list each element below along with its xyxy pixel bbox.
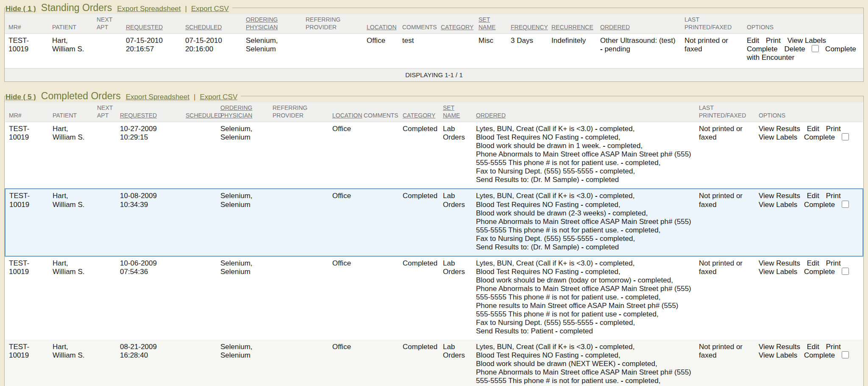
ordered-item: Blood work should be drawn (NEXT WEEK) -…	[476, 360, 694, 368]
column-header-ordered[interactable]: ORDERED	[473, 102, 696, 122]
cell-location: Office	[364, 34, 400, 68]
standing-orders-section: Hide ( 1 ) Standing Orders Export Spread…	[4, 2, 864, 82]
cell-location: Office	[330, 340, 361, 386]
column-header-referring_provider: REFERRING PROVIDER	[270, 102, 330, 122]
column-header-scheduled[interactable]: SCHEDULED	[183, 102, 218, 122]
completed-export-spreadsheet-link[interactable]: Export Spreadsheet	[126, 93, 189, 101]
ordered-item: Phone Abnormals to Main Street office AS…	[476, 285, 694, 302]
column-header-set_name[interactable]: SET NAME	[476, 14, 508, 34]
column-header-ordered[interactable]: ORDERED	[598, 14, 682, 34]
option-print-link[interactable]: Print	[826, 259, 841, 267]
option-print-link[interactable]: Print	[826, 125, 841, 133]
option-view-results-link[interactable]: View Results	[759, 125, 800, 133]
column-header-comments: COMMENTS	[400, 14, 438, 34]
cell-requested: 10-08-2009 10:34:39	[117, 189, 183, 256]
standing-orders-legend: Hide ( 1 ) Standing Orders Export Spread…	[6, 2, 232, 14]
option-edit-link[interactable]: Edit	[747, 36, 759, 45]
ordered-item: Lytes, BUN, Creat (Call if K+ is <3.0) -…	[476, 343, 694, 351]
row-options: View Results Edit Print View Labels Comp…	[759, 125, 859, 142]
order-row: TEST-10019Hart, William S.08-21-2009 16:…	[5, 340, 863, 386]
cell-ordered: Lytes, BUN, Creat (Call if K+ is <3.0) -…	[473, 122, 696, 189]
standing-export-spreadsheet-link[interactable]: Export Spreadsheet	[117, 5, 181, 13]
cell-ordering_physician: Selenium, Selenium	[218, 256, 270, 340]
column-header-patient: PATIENT	[50, 14, 94, 34]
option-complete-link[interactable]: Complete	[804, 133, 835, 141]
cell-last_printed: Not printed or faxed	[682, 34, 744, 68]
option-view-labels-link[interactable]: View Labels	[759, 133, 797, 141]
option-view-results-link[interactable]: View Results	[759, 259, 800, 267]
ordered-item: Blood Test Requires NO Fasting - complet…	[476, 201, 694, 209]
column-header-ordering_physician[interactable]: ORDERING PHYSICIAN	[243, 14, 303, 34]
cell-requested: 10-06-2009 07:54:36	[117, 256, 183, 340]
cell-patient: Hart, William S.	[50, 189, 95, 256]
option-print-link[interactable]: Print	[826, 343, 841, 351]
order-select-checkbox[interactable]	[812, 45, 819, 52]
order-select-checkbox[interactable]	[842, 133, 849, 140]
cell-patient: Hart, William S.	[50, 256, 95, 340]
column-header-last_printed: LAST PRINTED/FAXED	[682, 14, 744, 34]
option-complete-link[interactable]: Complete	[804, 201, 835, 209]
cell-referring_provider	[270, 189, 330, 256]
ordered-item: Blood Test Requires NO Fasting - complet…	[476, 351, 694, 360]
standing-export-csv-link[interactable]: Export CSV	[191, 5, 229, 13]
column-header-requested[interactable]: REQUESTED	[117, 102, 183, 122]
cell-comments	[361, 256, 400, 340]
column-header-location[interactable]: LOCATION	[364, 14, 400, 34]
cell-next_apt	[95, 122, 117, 189]
standing-hide-link[interactable]: Hide ( 1 )	[6, 5, 36, 13]
ordered-item: Fax to Nursing Dept. (555) 555-5555 - co…	[476, 235, 694, 243]
column-header-category[interactable]: CATEGORY	[438, 14, 476, 34]
option-complete-link[interactable]: Complete	[804, 351, 835, 359]
column-header-ordering_physician[interactable]: ORDERING PHYSICIAN	[218, 102, 270, 122]
order-select-checkbox[interactable]	[842, 351, 849, 358]
option-view-results-link[interactable]: View Results	[759, 192, 800, 200]
option-delete-link[interactable]: Delete	[785, 45, 805, 53]
option-complete-link[interactable]: Complete	[804, 268, 835, 276]
cell-referring_provider	[270, 122, 330, 189]
order-select-checkbox[interactable]	[842, 268, 849, 275]
option-edit-link[interactable]: Edit	[807, 192, 819, 200]
option-view-labels-link[interactable]: View Labels	[759, 268, 797, 276]
option-edit-link[interactable]: Edit	[807, 343, 819, 351]
order-select-checkbox[interactable]	[842, 201, 849, 208]
column-header-referring_provider: REFERRING PROVIDER	[303, 14, 364, 34]
column-header-category[interactable]: CATEGORY	[400, 102, 440, 122]
ordered-item: Other Ultrasound: (test) - pending	[600, 36, 679, 53]
column-header-recurrence[interactable]: RECURRENCE	[549, 14, 598, 34]
option-view-labels-link[interactable]: View Labels	[787, 36, 826, 45]
column-header-set_name[interactable]: SET NAME	[440, 102, 473, 122]
cell-patient: Hart, William S.	[50, 122, 95, 189]
option-print-link[interactable]: Print	[826, 192, 841, 200]
cell-mr: TEST-10019	[5, 34, 50, 68]
cell-category	[438, 34, 476, 68]
column-header-last_printed: LAST PRINTED/FAXED	[696, 102, 756, 122]
cell-mr: TEST-10019	[5, 256, 50, 340]
column-header-location[interactable]: LOCATION	[330, 102, 361, 122]
completed-export-csv-link[interactable]: Export CSV	[200, 93, 237, 101]
cell-next_apt	[95, 189, 117, 256]
option-edit-link[interactable]: Edit	[807, 259, 819, 267]
option-view-labels-link[interactable]: View Labels	[759, 201, 797, 209]
ordered-item: Blood work should be drawn in 1 week. - …	[476, 142, 694, 150]
cell-location: Office	[330, 256, 361, 340]
column-header-scheduled[interactable]: SCHEDULED	[183, 14, 243, 34]
option-complete-link[interactable]: Complete	[747, 45, 778, 53]
ordered-item: Blood Test Requires NO Fasting - complet…	[476, 133, 694, 142]
option-edit-link[interactable]: Edit	[807, 125, 819, 133]
column-header-requested[interactable]: REQUESTED	[123, 14, 183, 34]
cell-requested: 08-21-2009 16:28:40	[117, 340, 183, 386]
completed-hide-link[interactable]: Hide ( 5 )	[6, 93, 36, 101]
legend-separator: |	[194, 93, 195, 101]
cell-last_printed: Not printed or faxed	[696, 256, 756, 340]
cell-patient: Hart, William S.	[50, 340, 95, 386]
standing-header-row: MR#PATIENTNEXT APTREQUESTEDSCHEDULEDORDE…	[5, 14, 863, 34]
cell-ordering_physician: Selenium, Selenium	[243, 34, 303, 68]
cell-scheduled: 07-15-2010 20:16:00	[183, 34, 243, 68]
column-header-options: OPTIONS	[756, 102, 863, 122]
option-view-labels-link[interactable]: View Labels	[759, 351, 797, 359]
column-header-frequency[interactable]: FREQUENCY	[508, 14, 549, 34]
cell-recurrence: Indefinitely	[549, 34, 598, 68]
option-print-link[interactable]: Print	[766, 36, 781, 45]
option-view-results-link[interactable]: View Results	[759, 343, 800, 351]
ordered-item: Phone Abnormals to Main Street office AS…	[476, 218, 694, 235]
